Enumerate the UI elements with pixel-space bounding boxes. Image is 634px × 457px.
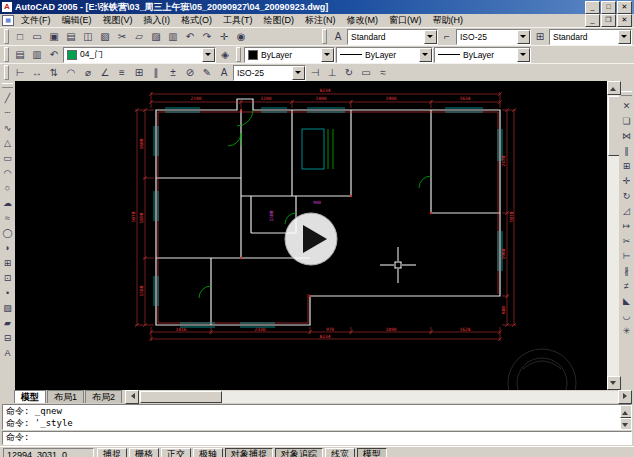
quick-dimension-icon[interactable]: ≡ — [114, 66, 130, 80]
dim-style-icon[interactable]: ⌐ — [439, 30, 455, 44]
aligned-dimension-icon[interactable]: ↔ — [29, 66, 45, 80]
layer-previous-icon[interactable]: ↶ — [46, 48, 62, 62]
explode-icon[interactable]: ✳ — [620, 323, 634, 338]
chevron-down-icon[interactable] — [202, 48, 215, 62]
menu-item-9[interactable]: 窗口(W) — [384, 14, 427, 27]
menu-item-5[interactable]: 工具(T) — [218, 14, 258, 27]
layer-properties-manager-icon[interactable]: ▤ — [12, 48, 28, 62]
scroll-up-icon[interactable] — [620, 405, 632, 418]
ellipse-arc-icon[interactable]: ◗ — [1, 240, 15, 255]
chamfer-icon[interactable]: ◣ — [620, 293, 634, 308]
circle-icon[interactable]: ○ — [1, 180, 15, 195]
lineweight-toggle[interactable]: 线宽 — [325, 448, 355, 457]
maximize-button[interactable]: □ — [601, 1, 616, 14]
scroll-left-icon[interactable] — [125, 390, 139, 404]
offset-icon[interactable]: ∥ — [620, 143, 634, 158]
toolbar-grip[interactable] — [621, 91, 632, 96]
make-object-layer-icon[interactable]: ◈ — [217, 48, 233, 62]
dimension-wave-icon[interactable]: ≈ — [375, 66, 391, 80]
menu-item-10[interactable]: 帮助(H) — [428, 14, 469, 27]
cut-icon[interactable]: ✂ — [114, 30, 130, 44]
layer-states-icon[interactable]: ▥ — [29, 48, 45, 62]
line-icon[interactable]: ╱ — [1, 90, 15, 105]
doc-close-button[interactable]: ✕ — [617, 14, 632, 27]
doc-restore-button[interactable]: ❐ — [601, 14, 616, 27]
command-prompt[interactable]: 命令: — [2, 431, 632, 445]
table-icon[interactable]: ⊟ — [1, 330, 15, 345]
menu-item-6[interactable]: 绘图(D) — [259, 14, 300, 27]
multiline-text-icon[interactable]: A — [1, 345, 15, 360]
move-icon[interactable]: ✛ — [620, 173, 634, 188]
table-style-icon[interactable]: ⊞ — [532, 30, 548, 44]
polygon-icon[interactable]: △ — [1, 135, 15, 150]
toolbar-grip[interactable] — [4, 65, 9, 80]
polar-toggle[interactable]: 极轴 — [193, 448, 223, 457]
tab-model[interactable]: 模型 — [14, 390, 46, 403]
otrack-toggle[interactable]: 对象追踪 — [275, 448, 323, 457]
scroll-down-icon[interactable] — [620, 418, 632, 430]
horizontal-scrollbar-thumb[interactable] — [140, 391, 222, 403]
spline-icon[interactable]: ≈ — [1, 210, 15, 225]
layer-dropdown[interactable]: 04_门 — [63, 47, 216, 63]
ordinate-dimension-icon[interactable]: ⇅ — [46, 66, 62, 80]
menu-item-8[interactable]: 修改(M) — [342, 14, 384, 27]
revision-cloud-icon[interactable]: ☁ — [1, 195, 15, 210]
color-dropdown[interactable]: ByLayer — [244, 47, 335, 63]
center-mark-icon[interactable]: ⊘ — [182, 66, 198, 80]
construction-line-icon[interactable]: ┄ — [1, 105, 15, 120]
arc-dimension-icon[interactable]: ◠ — [63, 66, 79, 80]
grid-toggle[interactable]: 栅格 — [129, 448, 159, 457]
redo-icon[interactable]: ↷ — [199, 30, 215, 44]
trim-icon[interactable]: ✂ — [620, 233, 634, 248]
text-style-dropdown[interactable]: Standard — [347, 29, 438, 45]
scale-icon[interactable]: ◿ — [620, 203, 634, 218]
plot-preview-icon[interactable]: ◫ — [80, 30, 96, 44]
tab-layout2[interactable]: 布局2 — [85, 390, 122, 403]
ellipse-icon[interactable]: ◯ — [1, 225, 15, 240]
menu-item-0[interactable]: 文件(F) — [16, 14, 56, 27]
plot-icon[interactable]: ▤ — [63, 30, 79, 44]
osnap-toggle[interactable]: 对象捕捉 — [225, 448, 273, 457]
chevron-down-icon[interactable] — [419, 48, 432, 62]
dim-style-current-dropdown[interactable]: ISO-25 — [233, 65, 306, 81]
drawing-canvas[interactable]: 2100120014001900163482341416233097018901… — [15, 81, 607, 390]
command-scrollbar[interactable] — [620, 405, 631, 429]
table-style-dropdown[interactable]: Standard — [549, 29, 632, 45]
dim-style-dropdown[interactable]: ISO-25 — [456, 29, 531, 45]
dimension-text-edit-icon[interactable]: A — [216, 66, 232, 80]
region-icon[interactable]: ▰ — [1, 315, 15, 330]
diameter-dimension-icon[interactable]: ⌀ — [80, 66, 96, 80]
text-style-icon[interactable]: A — [330, 30, 346, 44]
chevron-down-icon[interactable] — [618, 30, 631, 44]
menu-item-2[interactable]: 视图(V) — [98, 14, 138, 27]
dimension-edit-icon[interactable]: ✎ — [199, 66, 215, 80]
chevron-down-icon[interactable] — [424, 30, 437, 44]
arc-icon[interactable]: ◠ — [1, 165, 15, 180]
toolbar-grip[interactable] — [236, 47, 241, 62]
snap-toggle[interactable]: 捕捉 — [97, 448, 127, 457]
dimension-rotate-icon[interactable]: ↻ — [341, 66, 357, 80]
ortho-toggle[interactable]: 正交 — [161, 448, 191, 457]
open-file-icon[interactable]: ▭ — [29, 30, 45, 44]
chevron-down-icon[interactable] — [292, 66, 305, 80]
tolerance-icon[interactable]: ± — [165, 66, 181, 80]
chevron-down-icon[interactable] — [517, 30, 530, 44]
menu-item-7[interactable]: 标注(N) — [300, 14, 341, 27]
menu-item-4[interactable]: 格式(O) — [176, 14, 217, 27]
play-button-overlay[interactable] — [285, 213, 337, 265]
undo-icon[interactable]: ↶ — [182, 30, 198, 44]
toolbar-grip[interactable] — [2, 83, 13, 88]
erase-icon[interactable]: ✕ — [620, 98, 634, 113]
model-toggle[interactable]: 模型 — [357, 448, 387, 457]
close-button[interactable]: ✕ — [617, 1, 632, 14]
point-icon[interactable]: • — [1, 285, 15, 300]
scroll-up-icon[interactable] — [607, 81, 621, 95]
menu-item-3[interactable]: 插入(I) — [139, 14, 176, 27]
chevron-down-icon[interactable] — [517, 48, 530, 62]
new-file-icon[interactable]: □ — [12, 30, 28, 44]
toolbar-grip[interactable] — [322, 29, 327, 44]
baseline-dimension-icon[interactable]: ⊞ — [131, 66, 147, 80]
scroll-down-icon[interactable] — [607, 376, 621, 390]
toolbar-grip[interactable] — [4, 29, 9, 44]
extend-icon[interactable]: ⊢ — [620, 248, 634, 263]
